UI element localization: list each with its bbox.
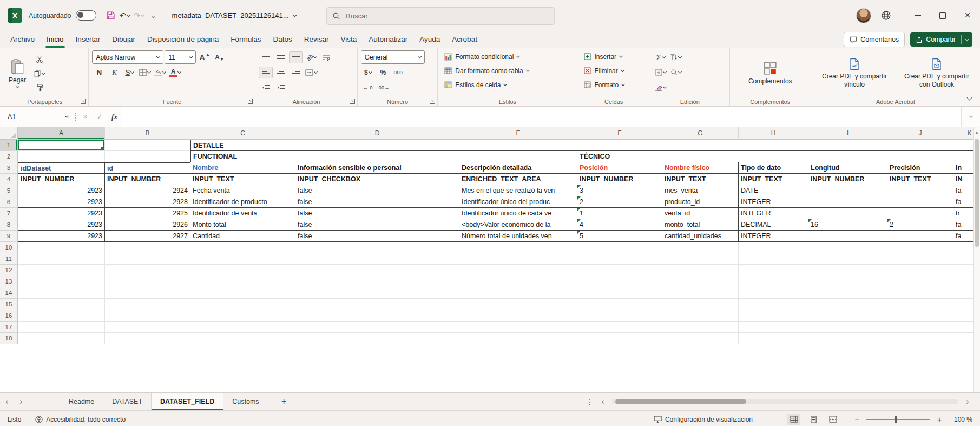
formula-input[interactable] — [122, 107, 961, 127]
cell-K5[interactable]: fa — [953, 185, 973, 196]
cell-B7[interactable]: 2925 — [105, 208, 190, 219]
ribbon-tab-revisar[interactable]: Revisar — [298, 31, 335, 48]
minimize-button[interactable] — [905, 0, 930, 31]
page-layout-view-icon[interactable] — [807, 414, 820, 425]
cell-H4[interactable]: INPUT_TEXT — [739, 174, 808, 185]
row-header-17[interactable]: 17 — [0, 322, 18, 333]
cell-C8[interactable]: Monto total — [190, 219, 295, 231]
row-header-1[interactable]: 1 — [0, 140, 18, 151]
ribbon-tab-datos[interactable]: Datos — [267, 31, 298, 48]
cell-K8[interactable]: fa — [953, 219, 973, 231]
cell-styles-button[interactable]: Estilos de celda — [441, 78, 532, 91]
horizontal-scrollbar[interactable] — [612, 399, 958, 404]
cell-D5[interactable]: false — [295, 185, 459, 196]
paste-button[interactable]: Pegar — [4, 50, 30, 97]
sheet-tab-customs[interactable]: Customs — [223, 393, 268, 410]
wrap-text-button[interactable] — [319, 51, 333, 63]
column-header-I[interactable]: I — [808, 127, 887, 140]
cell-I10[interactable] — [808, 242, 887, 253]
row-header-4[interactable]: 4 — [0, 174, 18, 185]
cell-F15[interactable] — [577, 299, 662, 310]
cell-B9[interactable]: 2927 — [105, 231, 190, 242]
cell-E3[interactable]: Descripción detallada — [459, 162, 577, 174]
cell-D16[interactable] — [295, 310, 459, 322]
cell-B13[interactable] — [105, 276, 190, 287]
cell-K11[interactable] — [953, 253, 973, 265]
sheet-nav-right-icon[interactable]: › — [14, 393, 28, 410]
cell-H8[interactable]: DECIMAL — [739, 219, 808, 231]
cell-F6[interactable]: 2 — [577, 196, 662, 208]
cell-B2[interactable] — [105, 151, 190, 162]
cell-F12[interactable] — [577, 265, 662, 276]
bold-button[interactable]: N — [92, 67, 106, 78]
cell-F5[interactable]: 3 — [577, 185, 662, 196]
addins-button[interactable]: Complementos — [744, 50, 797, 97]
font-dialog-launcher[interactable] — [248, 99, 253, 104]
cell-J7[interactable] — [887, 208, 953, 219]
insert-cells-button[interactable]: Insertar — [581, 50, 628, 63]
hscroll-right-icon[interactable]: › — [961, 393, 975, 410]
cancel-entry-icon[interactable]: × — [78, 107, 93, 127]
column-header-E[interactable]: E — [459, 127, 577, 140]
cell-C14[interactable] — [190, 287, 295, 299]
close-button[interactable]: × — [955, 0, 980, 31]
cell-C6[interactable]: Identificador de producto — [190, 196, 295, 208]
format-painter-button[interactable] — [32, 82, 47, 94]
copy-button[interactable] — [32, 68, 47, 80]
row-header-12[interactable]: 12 — [0, 265, 18, 276]
cell-J10[interactable] — [887, 242, 953, 253]
cell-J3[interactable]: Precisión — [887, 162, 953, 174]
cell-E10[interactable] — [459, 242, 577, 253]
cell-D12[interactable] — [295, 265, 459, 276]
excel-logo-icon[interactable] — [8, 8, 22, 23]
autosave-toggle[interactable] — [76, 10, 96, 21]
align-center-icon[interactable] — [274, 67, 288, 78]
cell-E7[interactable]: Identificador único de cada ve — [459, 208, 577, 219]
row-header-10[interactable]: 10 — [0, 242, 18, 253]
italic-button[interactable]: K — [107, 67, 121, 78]
increase-decimal-icon[interactable]: ←.0 — [361, 82, 375, 94]
column-header-A[interactable]: A — [18, 127, 105, 140]
accessibility-status[interactable]: Accesibilidad: todo correcto — [35, 416, 126, 423]
paste-dropdown-icon[interactable] — [15, 84, 19, 88]
row-header-3[interactable]: 3 — [0, 162, 18, 174]
cell-K6[interactable]: fa — [953, 196, 973, 208]
vertical-scroll-thumb[interactable] — [975, 139, 979, 247]
clear-button[interactable] — [654, 82, 668, 94]
cell-D11[interactable] — [295, 253, 459, 265]
cell-I5[interactable] — [808, 185, 887, 196]
name-box-splitter[interactable] — [73, 107, 78, 127]
ribbon-tab-automatizar[interactable]: Automatizar — [363, 31, 413, 48]
collapse-ribbon-icon[interactable] — [968, 92, 971, 102]
share-dropdown-icon[interactable] — [962, 32, 972, 47]
cell-H10[interactable] — [739, 242, 808, 253]
cell-E13[interactable] — [459, 276, 577, 287]
currency-format-button[interactable]: $ — [361, 67, 375, 78]
percent-format-button[interactable]: % — [376, 67, 390, 78]
cell-B15[interactable] — [105, 299, 190, 310]
cell-I14[interactable] — [808, 287, 887, 299]
column-header-G[interactable]: G — [662, 127, 739, 140]
cell-B6[interactable]: 2928 — [105, 196, 190, 208]
cell-G10[interactable] — [662, 242, 739, 253]
cell-K15[interactable] — [953, 299, 973, 310]
confirm-entry-icon[interactable]: ✓ — [93, 107, 107, 127]
align-right-icon[interactable] — [289, 67, 303, 78]
delete-cells-button[interactable]: Eliminar — [581, 64, 628, 77]
sheet-nav-left-icon[interactable]: ‹ — [0, 393, 14, 410]
cell-D15[interactable] — [295, 299, 459, 310]
row-header-18[interactable]: 18 — [0, 333, 18, 344]
cell-D17[interactable] — [295, 322, 459, 333]
cell-A4[interactable]: INPUT_NUMBER — [18, 174, 105, 185]
cell-B16[interactable] — [105, 310, 190, 322]
save-button[interactable] — [104, 9, 118, 23]
cell-B1[interactable] — [105, 140, 190, 151]
cell-J6[interactable] — [887, 196, 953, 208]
cell-B4[interactable]: INPUT_NUMBER — [105, 174, 190, 185]
cell-K7[interactable]: tr — [953, 208, 973, 219]
cell-E14[interactable] — [459, 287, 577, 299]
sort-filter-button[interactable] — [669, 51, 683, 63]
cell-E8[interactable]: <body>Valor económico de la — [459, 219, 577, 231]
font-color-button[interactable]: A — [168, 67, 182, 78]
sheet-tab-dataset-field[interactable]: DATASET_FIELD — [152, 393, 223, 410]
